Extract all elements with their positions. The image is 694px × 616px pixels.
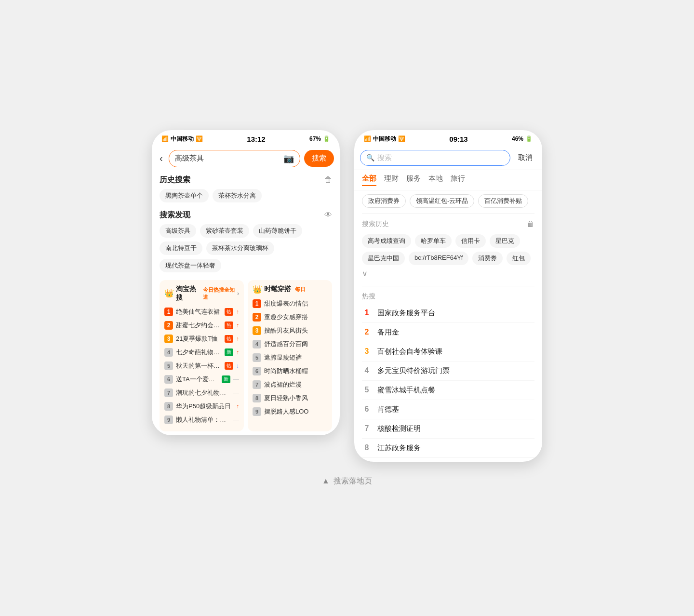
hot-fashion-subtitle: 每日 — [295, 286, 306, 293]
tab-travel[interactable]: 旅行 — [451, 174, 465, 186]
hot-item-2[interactable]: 3 21夏季爆款T恤 热 ↑ — [164, 332, 239, 346]
hot-item-0[interactable]: 1 绝美仙气连衣裙 热 ↑ — [164, 305, 239, 319]
discover-tag-3[interactable]: 南北特豆干 — [160, 241, 202, 255]
discover-tag-5[interactable]: 现代茶盘一体轻奢 — [160, 259, 221, 272]
trend-icon-0: ↑ — [236, 308, 239, 315]
history-tag2-5[interactable]: bc:/rTb8REF64Yf — [409, 252, 468, 265]
signal-icon-1: 📶 — [161, 135, 169, 142]
search-bar-row-2: 🔍 搜索 取消 — [354, 146, 542, 170]
quick-tag-0[interactable]: 政府消费券 — [362, 194, 406, 208]
history-tag2-6[interactable]: 消费券 — [472, 252, 503, 265]
hot-list-item-6[interactable]: 7 核酸检测证明 — [362, 419, 534, 439]
tab-local[interactable]: 本地 — [428, 174, 443, 186]
fashion-item-0[interactable]: 1 甜度爆表の情侣 — [253, 297, 327, 310]
tab-service[interactable]: 服务 — [406, 174, 421, 186]
rank-num-4: 4 — [164, 348, 173, 357]
quick-tag-2[interactable]: 百亿消费补贴 — [478, 194, 528, 208]
fashion-item-3[interactable]: 4 舒适感百分百阔 — [253, 337, 327, 351]
history-tag2-1[interactable]: 哈罗单车 — [415, 234, 452, 248]
discover-tag-4[interactable]: 茶杯茶水分离玻璃杯 — [206, 241, 274, 255]
hot-list-item-5[interactable]: 6 肯德基 — [362, 400, 534, 419]
fashion-text-1: 童趣少女感穿搭 — [264, 313, 327, 321]
cancel-button[interactable]: 取消 — [514, 151, 536, 164]
search-input-wrap-2[interactable]: 🔍 搜索 — [360, 150, 510, 166]
hot-item-text-3: 七夕奇葩礼物大赏 — [176, 348, 220, 357]
hot-item-text-2: 21夏季爆款T恤 — [176, 335, 220, 343]
hot-item-text2-2: 百创社会自考体验课 — [377, 347, 442, 356]
fashion-text-5: 时尚防晒水桶帽 — [264, 367, 327, 375]
fashion-item-7[interactable]: 8 夏日轻熟小香风 — [253, 391, 327, 405]
hot-rank-6: 6 — [362, 405, 372, 414]
eye-icon[interactable]: 👁 — [324, 211, 332, 219]
hot-item-text2-3: 多元宝贝特价游玩门票 — [377, 366, 450, 375]
search-button[interactable]: 搜索 — [304, 150, 334, 167]
signal-icon-2: 📶 — [364, 135, 371, 142]
discover-tag-2[interactable]: 山药薄脆饼干 — [253, 224, 302, 238]
fashion-item-4[interactable]: 5 遮胯显瘦短裤 — [253, 351, 327, 364]
fashion-rank-2: 2 — [253, 313, 261, 321]
hot-item-text-6: 潮玩的七夕礼物要特别 — [176, 388, 230, 397]
fashion-item-2[interactable]: 3 搜酷男友风街头 — [253, 324, 327, 337]
hot-item-3[interactable]: 4 七夕奇葩礼物大赏 新 ↑ — [164, 346, 239, 359]
carrier-1: 中国移动 — [171, 135, 194, 143]
back-button[interactable]: ‹ — [158, 151, 165, 166]
hot-list-item-0[interactable]: 1 国家政务服务平台 — [362, 304, 534, 323]
status-bar-1: 📶 中国移动 🛜 13:12 67% 🔋 — [152, 130, 340, 146]
history-tag2-2[interactable]: 信用卡 — [455, 234, 486, 248]
fashion-rank-4: 4 — [253, 340, 261, 348]
hot-search-section: 👑 淘宝热搜 今日热搜全知道 › 1 绝美仙气连衣裙 热 ↑ 2 甜蜜七夕约会穿… — [160, 280, 244, 431]
history-tag2-4[interactable]: 星巴克中国 — [362, 252, 405, 265]
hot-list-item-4[interactable]: 5 蜜雪冰城手机点餐 — [362, 381, 534, 400]
history-tag2-0[interactable]: 高考成绩查询 — [362, 234, 411, 248]
hot-list-item-3[interactable]: 4 多元宝贝特价游玩门票 — [362, 362, 534, 381]
hot-item-4[interactable]: 5 秋天的第一杯咖啡 热 ↓ — [164, 359, 239, 373]
hot-item-text2-1: 备用金 — [377, 328, 399, 337]
history-tag-1[interactable]: 茶杯茶水分离 — [213, 189, 262, 202]
fashion-rank-1: 1 — [253, 299, 261, 308]
hot-fashion-title: 时髦穿搭 — [264, 285, 291, 294]
rank-num-8: 8 — [164, 402, 173, 411]
hot-item-6[interactable]: 7 潮玩的七夕礼物要特别 — — [164, 386, 239, 400]
arrow-right-icon[interactable]: › — [237, 290, 239, 297]
discover-tag-1[interactable]: 紫砂茶壶套装 — [200, 224, 249, 238]
fashion-item-5[interactable]: 6 时尚防晒水桶帽 — [253, 364, 327, 378]
tabs-row: 全部 理财 服务 本地 旅行 — [354, 170, 542, 190]
battery-icon-1: 🔋 — [323, 135, 330, 142]
history-tag2-3[interactable]: 星巴克 — [490, 234, 520, 248]
rank-num-6: 6 — [164, 375, 173, 384]
search-input[interactable]: 高级茶具 — [175, 154, 280, 163]
hot-label-1: 热 — [225, 321, 233, 329]
delete-icon-2[interactable]: 🗑 — [527, 220, 534, 228]
battery-1: 67% — [309, 135, 321, 142]
hot-list-item-2[interactable]: 3 百创社会自考体验课 — [362, 342, 534, 362]
fashion-item-1[interactable]: 2 童趣少女感穿搭 — [253, 310, 327, 324]
history-tags-2: 高考成绩查询 哈罗单车 信用卡 星巴克 星巴克中国 bc:/rTb8REF64Y… — [362, 230, 534, 282]
discover-tag-0[interactable]: 高级茶具 — [160, 224, 196, 238]
battery-icon-2: 🔋 — [525, 135, 533, 142]
wifi-icon-1: 🛜 — [196, 135, 203, 142]
hot-item-8[interactable]: 9 懒人礼物清单：家具篇 — — [164, 413, 239, 427]
tab-finance[interactable]: 理财 — [384, 174, 399, 186]
quick-tag-1[interactable]: 领高温红包-云环品 — [410, 194, 474, 208]
phones-container: 📶 中国移动 🛜 13:12 67% 🔋 ‹ 高级茶具 📷 搜索 历史搜索 🗑 — [152, 130, 542, 462]
history-tag-0[interactable]: 黑陶茶壶单个 — [160, 189, 209, 202]
search-input-wrap[interactable]: 高级茶具 📷 — [169, 150, 300, 167]
hot-item-7[interactable]: 8 华为P50超级新品日 ↑ — [164, 400, 239, 413]
hot-rank-4: 4 — [362, 366, 372, 375]
hot-label-5: 新 — [222, 375, 230, 383]
fashion-item-6[interactable]: 7 波点裙的烂漫 — [253, 378, 327, 391]
hot-list-item-7[interactable]: 8 江苏政务服务 — [362, 439, 534, 458]
hot-list-item-1[interactable]: 2 备用金 — [362, 323, 534, 342]
page-label: ▲ 搜索落地页 — [322, 476, 372, 486]
search-icon-2: 🔍 — [366, 154, 374, 161]
tab-all[interactable]: 全部 — [362, 174, 376, 186]
hot-item-5[interactable]: 6 送TA一个爱的抱抱！ 新 — — [164, 373, 239, 386]
camera-icon[interactable]: 📷 — [283, 153, 294, 164]
delete-icon[interactable]: 🗑 — [324, 175, 332, 184]
expand-button[interactable]: ∨ — [362, 269, 368, 278]
history-tag2-7[interactable]: 红包 — [507, 252, 531, 265]
hot-fashion-section: 👑 时髦穿搭 每日 1 甜度爆表の情侣 2 童趣少女感穿搭 3 搜酷男友风街头 — [248, 280, 332, 431]
hot-item-1[interactable]: 2 甜蜜七夕约会穿搭 热 ↑ — [164, 319, 239, 332]
rank-num-1: 1 — [164, 308, 173, 316]
fashion-item-8[interactable]: 9 摆脱路人感LOO — [253, 405, 327, 418]
